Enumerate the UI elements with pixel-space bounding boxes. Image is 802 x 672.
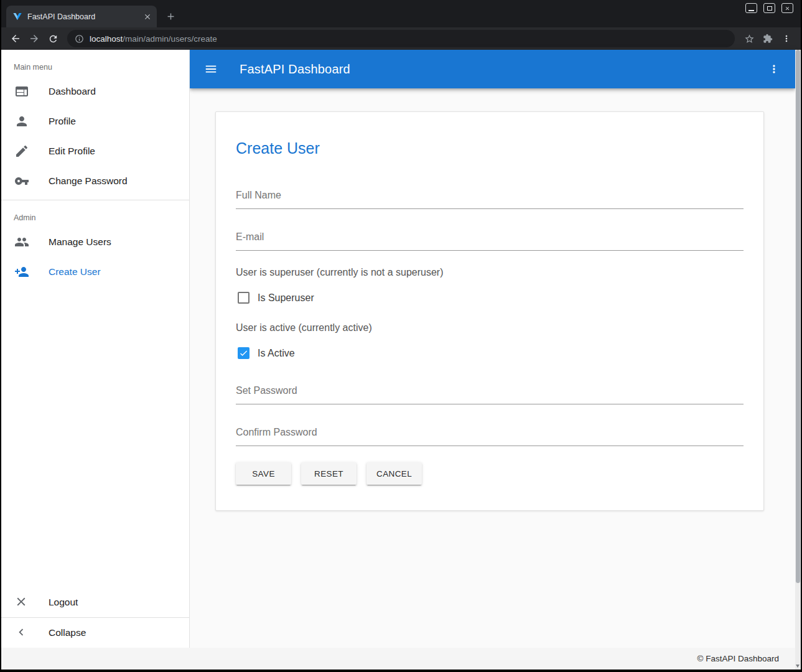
window-controls	[745, 3, 793, 13]
sidebar-item-profile[interactable]: Profile	[1, 106, 189, 136]
email-input[interactable]	[236, 225, 744, 251]
create-user-card: Create User User is superuser (currently…	[215, 111, 764, 511]
sidebar-item-label: Dashboard	[49, 86, 96, 97]
full-name-field-wrap	[236, 184, 744, 209]
sidebar-item-collapse[interactable]: Collapse	[1, 618, 189, 648]
person-icon	[14, 114, 29, 129]
app-footer: © FastAPI Dashboard	[1, 648, 795, 670]
set-password-field-wrap	[236, 379, 744, 404]
form-actions: SAVE RESET CANCEL	[236, 462, 744, 485]
chevron-left-icon	[14, 625, 29, 640]
active-checkbox-label[interactable]: Is Active	[258, 348, 295, 359]
sidebar-item-manage-users[interactable]: Manage Users	[1, 227, 189, 257]
people-icon	[14, 235, 29, 250]
appbar-overflow-icon[interactable]	[762, 57, 786, 82]
footer-copyright: © FastAPI Dashboard	[697, 654, 779, 663]
maximize-button[interactable]	[763, 3, 775, 13]
reset-button[interactable]: RESET	[301, 462, 357, 485]
pencil-icon	[14, 144, 29, 159]
bookmark-star-icon[interactable]	[740, 29, 758, 48]
tab-title: FastAPI Dashboard	[27, 12, 137, 21]
extension-icon[interactable]	[758, 29, 777, 48]
tab-strip: FastAPI Dashboard	[1, 0, 801, 27]
active-hint: User is active (currently active)	[236, 322, 744, 334]
sidebar-item-label: Profile	[49, 116, 76, 127]
sidebar-item-label: Change Password	[49, 175, 128, 187]
superuser-checkbox-row: Is Superuser	[236, 292, 744, 304]
dashboard-icon	[14, 84, 29, 99]
browser-toolbar: localhost/main/admin/users/create	[1, 27, 801, 50]
sidebar-item-label: Create User	[49, 266, 101, 278]
sidebar: Main menu Dashboard Profile Edit Profile	[1, 50, 190, 670]
forward-icon[interactable]	[25, 29, 44, 48]
app-title: FastAPI Dashboard	[240, 62, 350, 77]
confirm-password-input[interactable]	[236, 421, 744, 446]
main-area: FastAPI Dashboard Create User User is su…	[190, 50, 795, 670]
key-icon	[14, 174, 29, 189]
active-checkbox-row: Is Active	[236, 347, 744, 359]
scrollbar-thumb[interactable]	[796, 50, 800, 583]
sidebar-item-label: Edit Profile	[49, 146, 95, 157]
vuetify-logo-icon	[12, 12, 22, 22]
close-button[interactable]	[781, 3, 793, 13]
email-field-wrap	[236, 225, 744, 251]
full-name-input[interactable]	[236, 184, 744, 209]
sidebar-item-label: Logout	[49, 597, 78, 608]
vertical-scrollbar[interactable]	[795, 50, 801, 670]
cancel-button[interactable]: CANCEL	[366, 462, 422, 485]
sidebar-item-label: Manage Users	[49, 236, 111, 248]
sidebar-item-edit-profile[interactable]: Edit Profile	[1, 136, 189, 166]
minimize-button[interactable]	[745, 3, 757, 13]
sidebar-section-main: Main menu	[1, 50, 189, 77]
new-tab-button[interactable]	[162, 7, 179, 25]
address-bar[interactable]: localhost/main/admin/users/create	[67, 30, 735, 47]
sidebar-section-admin: Admin	[1, 200, 189, 227]
back-icon[interactable]	[6, 29, 25, 48]
page-content: Create User User is superuser (currently…	[190, 88, 795, 648]
superuser-checkbox[interactable]	[238, 292, 249, 304]
reload-icon[interactable]	[44, 29, 62, 48]
page-title: Create User	[236, 139, 744, 157]
active-checkbox[interactable]	[238, 347, 249, 359]
logout-x-icon	[14, 595, 29, 610]
sidebar-item-dashboard[interactable]: Dashboard	[1, 77, 189, 106]
set-password-input[interactable]	[236, 379, 744, 404]
sidebar-item-logout[interactable]: Logout	[1, 587, 189, 617]
browser-menu-icon[interactable]	[777, 29, 796, 48]
confirm-password-field-wrap	[236, 421, 744, 446]
site-info-icon[interactable]	[75, 34, 84, 44]
superuser-checkbox-label[interactable]: Is Superuser	[258, 292, 314, 304]
sidebar-item-change-password[interactable]: Change Password	[1, 166, 189, 196]
hamburger-menu-icon[interactable]	[198, 57, 223, 82]
url-text: localhost/main/admin/users/create	[90, 34, 217, 44]
browser-tab[interactable]: FastAPI Dashboard	[6, 6, 157, 27]
tab-close-icon[interactable]	[142, 11, 153, 22]
app-bar: FastAPI Dashboard	[190, 50, 795, 88]
app-page: Main menu Dashboard Profile Edit Profile	[1, 50, 801, 670]
sidebar-item-create-user[interactable]: Create User	[1, 257, 189, 287]
superuser-hint: User is superuser (currently is not a su…	[236, 267, 744, 278]
browser-window: FastAPI Dashboard	[0, 0, 802, 672]
person-add-icon	[14, 264, 29, 279]
scrollbar-down-arrow-icon[interactable]	[796, 665, 800, 668]
save-button[interactable]: SAVE	[236, 462, 291, 485]
sidebar-item-label: Collapse	[49, 627, 86, 638]
